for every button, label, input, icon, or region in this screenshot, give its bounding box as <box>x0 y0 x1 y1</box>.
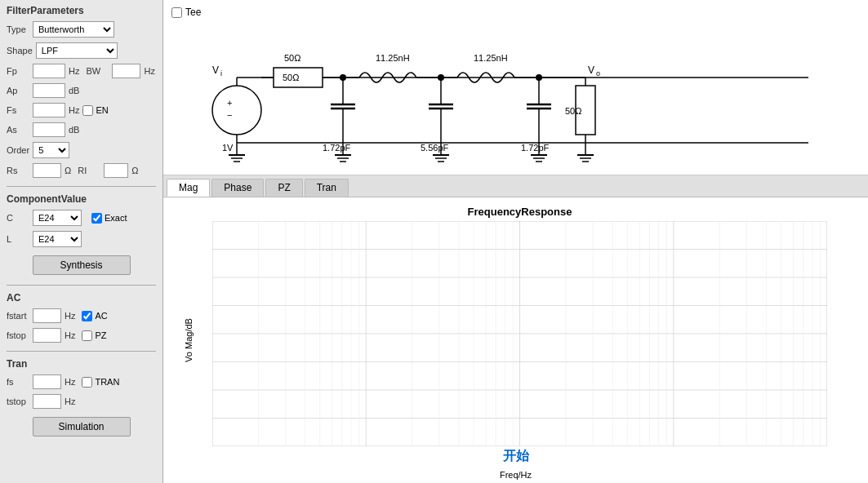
ap-unit: dB <box>69 86 79 95</box>
l-select[interactable]: E24E12E6 <box>33 231 82 247</box>
type-row: Type Butterworth Chebyshev Bessel <box>7 21 156 38</box>
pz-checkbox[interactable] <box>82 330 92 341</box>
l-label: L <box>7 234 29 244</box>
tstop-row: tstop 25n Hz <box>7 394 156 409</box>
circuit-area: Tee + − Vi 1V 50Ω 50Ω <box>163 0 868 175</box>
fp-unit: Hz <box>69 66 79 76</box>
component-value-title: ComponentValue <box>7 193 156 205</box>
ac-checkbox-row: AC <box>82 311 107 321</box>
svg-text:V: V <box>588 64 594 76</box>
y-axis-label: Vo Mag/dB <box>184 318 194 362</box>
tab-pz[interactable]: PZ <box>265 179 302 197</box>
svg-text:50Ω: 50Ω <box>565 106 581 116</box>
tab-tran[interactable]: Tran <box>305 179 349 197</box>
divider-2 <box>7 285 156 286</box>
as-input[interactable]: 60 <box>33 122 65 137</box>
ap-label: Ap <box>7 86 29 95</box>
ri-unit: Ω <box>131 166 138 175</box>
chart-svg: 0 -10 -20 -30 -40 -50 -60 -70 -80 10⁶ 10… <box>212 221 827 446</box>
fstop-input[interactable]: 10G <box>33 328 61 343</box>
right-panel: Tee + − Vi 1V 50Ω 50Ω <box>163 0 868 483</box>
svg-text:11.25nH: 11.25nH <box>474 53 508 63</box>
c-row: C E24E12E6 Exact <box>7 210 156 226</box>
rs-input[interactable]: 50 <box>33 163 61 178</box>
left-panel: FilterParameters Type Butterworth Chebys… <box>0 0 163 483</box>
type-select[interactable]: Butterworth Chebyshev Bessel <box>33 21 114 38</box>
tstop-unit: Hz <box>65 397 75 406</box>
svg-text:11.25nH: 11.25nH <box>376 53 410 63</box>
simulation-button[interactable]: Simulation <box>33 417 131 436</box>
fp-row: Fp 1G Hz BW 500M Hz <box>7 64 156 78</box>
tab-bar: Mag Phase PZ Tran <box>163 175 868 197</box>
bw-label: BW <box>86 66 109 76</box>
chart-title: FrequencyResponse <box>212 206 827 218</box>
fstart-input[interactable]: 1M <box>33 308 61 323</box>
tran-fs-input[interactable]: 1G <box>33 374 61 389</box>
fp-label: Fp <box>7 66 29 76</box>
ri-input[interactable]: 50 <box>104 163 128 178</box>
rs-label: Rs <box>7 166 29 175</box>
chinese-label: 开始 <box>503 448 529 465</box>
fstart-row: fstart 1M Hz AC <box>7 308 156 323</box>
bw-unit: Hz <box>144 66 154 76</box>
en-label: EN <box>96 105 108 115</box>
svg-text:o: o <box>596 69 600 78</box>
ac-checkbox[interactable] <box>82 311 92 321</box>
svg-text:5.56pF: 5.56pF <box>421 143 449 153</box>
bw-input[interactable]: 500M <box>112 64 140 78</box>
plot-area: Mag Phase PZ Tran FrequencyResponse Vo M… <box>163 175 868 483</box>
ri-label: RI <box>78 166 100 175</box>
pz-label: PZ <box>95 330 106 340</box>
tstop-label: tstop <box>7 397 29 406</box>
tran-checkbox[interactable] <box>82 377 92 388</box>
shape-select[interactable]: LPF HPF BPF <box>36 42 118 59</box>
rs-unit: Ω <box>65 166 71 175</box>
tran-fs-unit: Hz <box>65 377 75 387</box>
order-label: Order <box>7 145 29 155</box>
svg-text:i: i <box>220 69 222 78</box>
exact-checkbox[interactable] <box>91 213 102 224</box>
fstop-label: fstop <box>7 330 29 340</box>
svg-point-2 <box>212 86 261 135</box>
tran-checkbox-row: TRAN <box>82 377 119 388</box>
fstop-row: fstop 10G Hz PZ <box>7 328 156 343</box>
tstop-input[interactable]: 25n <box>33 394 61 409</box>
ap-input[interactable]: 1 <box>33 83 65 98</box>
synthesis-button[interactable]: Synthesis <box>33 255 131 275</box>
tran-label: TRAN <box>95 377 119 387</box>
exact-checkbox-row: Exact <box>91 213 127 224</box>
as-row: As 60 dB <box>7 122 156 137</box>
en-checkbox[interactable] <box>82 105 93 116</box>
fs-input[interactable]: 2G <box>33 103 65 117</box>
svg-text:+: + <box>227 98 232 108</box>
fp-input[interactable]: 1G <box>33 64 65 78</box>
as-label: As <box>7 125 29 135</box>
order-row: Order 5123467 <box>7 142 156 158</box>
svg-text:−: − <box>227 110 232 120</box>
fstop-unit: Hz <box>65 330 75 340</box>
exact-label: Exact <box>105 213 127 223</box>
order-select[interactable]: 5123467 <box>33 142 69 158</box>
tran-fs-row: fs 1G Hz TRAN <box>7 374 156 389</box>
tab-mag[interactable]: Mag <box>167 179 210 197</box>
circuit-svg: + − Vi 1V 50Ω 50Ω <box>188 12 808 175</box>
shape-row: Shape LPF HPF BPF <box>7 42 156 59</box>
l-row: L E24E12E6 <box>7 231 156 247</box>
svg-text:1V: 1V <box>222 143 234 153</box>
c-label: C <box>7 213 29 223</box>
ac-label: AC <box>95 311 107 321</box>
c-select[interactable]: E24E12E6 <box>33 210 82 226</box>
ap-row: Ap 1 dB <box>7 83 156 98</box>
tran-fs-label: fs <box>7 377 29 387</box>
svg-text:V: V <box>212 64 219 76</box>
en-checkbox-row: EN <box>82 105 108 116</box>
fs-unit: Hz <box>69 105 79 115</box>
svg-text:1.72pF: 1.72pF <box>323 143 351 153</box>
fstart-label: fstart <box>7 311 29 321</box>
shape-label: Shape <box>7 46 33 55</box>
tee-checkbox[interactable] <box>171 7 182 18</box>
fs-row: Fs 2G Hz EN <box>7 103 156 117</box>
tab-phase[interactable]: Phase <box>211 179 264 197</box>
svg-text:50Ω: 50Ω <box>284 53 300 63</box>
chart-container: FrequencyResponse Vo Mag/dB <box>163 197 868 483</box>
